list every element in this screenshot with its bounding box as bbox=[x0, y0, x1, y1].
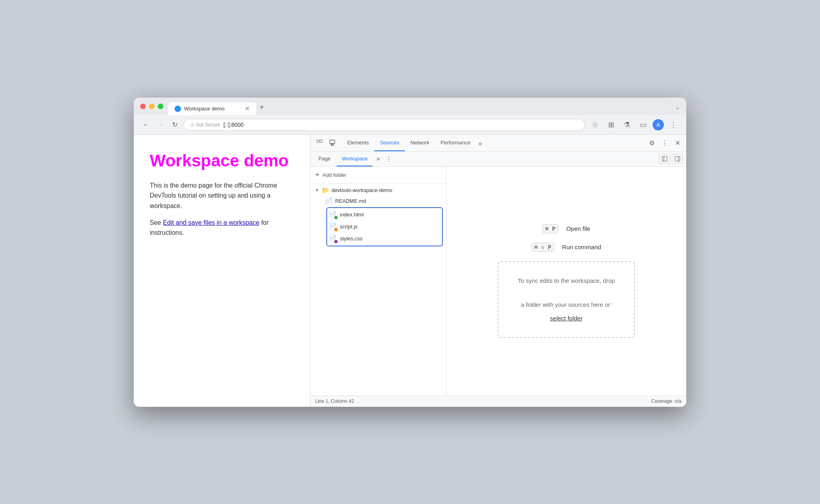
devtools-settings-button[interactable]: ⚙ bbox=[646, 137, 657, 148]
select-folder-link[interactable]: select folder bbox=[518, 312, 615, 324]
folder-icon: 📁 bbox=[322, 187, 329, 194]
devtools-subbar: Page Workspace » ⋮ bbox=[310, 152, 686, 167]
editor-panel: ⌘ P Open file ⌘ ⇧ P Run command To sync … bbox=[446, 167, 686, 396]
shortcut-open-file-keys: ⌘ P bbox=[543, 224, 558, 233]
shortcut-row-runcommand: ⌘ ⇧ P Run command bbox=[532, 243, 601, 252]
devtools-right-icons: ⚙ ⋮ ✕ bbox=[646, 137, 683, 148]
tree-file-readme[interactable]: 📄 README.md bbox=[310, 196, 446, 206]
readme-filename: README.md bbox=[335, 198, 366, 204]
svg-rect-1 bbox=[320, 140, 322, 142]
shortcut-row-openfile: ⌘ P Open file bbox=[543, 224, 590, 233]
status-coverage: Coverage: n/a bbox=[651, 398, 681, 404]
add-folder-row[interactable]: + Add folder bbox=[310, 167, 446, 184]
tab-performance[interactable]: Performance bbox=[435, 135, 476, 151]
see-prefix: See bbox=[150, 219, 163, 226]
back-button[interactable]: ← bbox=[140, 119, 151, 130]
tab-sources[interactable]: Sources bbox=[374, 135, 405, 151]
svg-rect-2 bbox=[330, 140, 335, 144]
subtab-menu-button[interactable]: ⋮ bbox=[384, 154, 394, 164]
tab-favicon: 🌐 bbox=[175, 106, 181, 112]
svg-rect-5 bbox=[662, 156, 667, 161]
toolbar-icons: ☆ ⊞ ⚗ ▭ A ⋮ bbox=[589, 118, 680, 131]
index-filename: index.html bbox=[340, 212, 364, 218]
title-bar: 🌐 Workspace demo ✕ + ⌄ bbox=[134, 98, 686, 115]
url-text: [::]:8000 bbox=[223, 122, 244, 128]
profile-icon[interactable]: A bbox=[653, 119, 664, 130]
tab-expand-button[interactable]: ⌄ bbox=[675, 104, 680, 115]
script-filename: script.js bbox=[340, 224, 358, 230]
devtools-toggle-button[interactable]: ⚗ bbox=[621, 118, 633, 131]
subtab-page[interactable]: Page bbox=[314, 152, 335, 166]
subtab-workspace[interactable]: Workspace bbox=[337, 152, 372, 166]
shortcut-open-file-label: Open file bbox=[566, 225, 590, 232]
devtools-more-button[interactable]: ⋮ bbox=[659, 137, 670, 148]
browser-window: 🌐 Workspace demo ✕ + ⌄ ← → ↻ ⚠ Not Secur… bbox=[134, 98, 686, 407]
devtools-close-button[interactable]: ✕ bbox=[672, 137, 683, 148]
chrome-menu-button[interactable]: ⋮ bbox=[667, 118, 680, 131]
page-content: Workspace demo This is the demo page for… bbox=[134, 135, 310, 407]
tab-more-button[interactable]: » bbox=[476, 136, 484, 151]
workspace-tutorial-link[interactable]: Edit and save files in a workspace bbox=[163, 219, 259, 226]
index-file-icon-wrapper: 📄 bbox=[329, 210, 338, 219]
tree-root-folder[interactable]: ▼ 📁 devtools-workspace-demo bbox=[310, 185, 446, 196]
devtools-statusbar: Line 1, Column 42 Coverage: n/a bbox=[310, 396, 686, 407]
styles-file-icon-wrapper: 📄 bbox=[329, 234, 338, 243]
folder-arrow-icon: ▼ bbox=[315, 188, 319, 192]
styles-file-dot bbox=[334, 240, 338, 243]
page-description: This is the demo page for the official C… bbox=[150, 180, 294, 211]
collapse-sidebar-button[interactable] bbox=[659, 154, 670, 164]
tab-elements[interactable]: Elements bbox=[342, 135, 374, 151]
inspect-element-button[interactable] bbox=[314, 137, 326, 149]
warning-icon: ⚠ bbox=[190, 122, 195, 128]
status-position: Line 1, Column 42 bbox=[315, 398, 354, 404]
bookmark-button[interactable]: ☆ bbox=[589, 118, 601, 131]
script-file-dot bbox=[334, 228, 338, 231]
minimize-traffic-light[interactable] bbox=[149, 104, 155, 109]
maximize-traffic-light[interactable] bbox=[158, 104, 163, 109]
highlighted-files-box: 📄 index.html 📄 bbox=[326, 207, 443, 246]
sidebar-toggle-button[interactable]: ▭ bbox=[637, 118, 649, 131]
tree-file-styles[interactable]: 📄 styles.css bbox=[327, 233, 442, 245]
reload-button[interactable]: ↻ bbox=[169, 119, 180, 130]
svg-rect-0 bbox=[317, 140, 319, 142]
add-folder-label: Add folder bbox=[323, 172, 346, 178]
subtab-right-icons bbox=[659, 154, 683, 164]
browser-tab-active[interactable]: 🌐 Workspace demo ✕ bbox=[168, 102, 256, 115]
new-tab-button[interactable]: + bbox=[256, 103, 267, 115]
script-file-icon-wrapper: 📄 bbox=[329, 222, 338, 231]
tree-file-index[interactable]: 📄 index.html bbox=[327, 209, 442, 221]
drop-zone[interactable]: To sync edits to the workspace, dropa fo… bbox=[498, 261, 635, 338]
tab-network[interactable]: Network bbox=[405, 135, 435, 151]
drop-zone-text: To sync edits to the workspace, dropa fo… bbox=[518, 277, 615, 308]
styles-filename: styles.css bbox=[340, 236, 362, 242]
shortcut-run-cmd-label: Run command bbox=[562, 244, 601, 250]
subtab-more-button[interactable]: » bbox=[374, 154, 382, 164]
page-link-paragraph: See Edit and save files in a workspace f… bbox=[150, 218, 294, 238]
tab-close-button[interactable]: ✕ bbox=[245, 106, 250, 112]
device-toolbar-button[interactable] bbox=[326, 137, 338, 149]
traffic-lights bbox=[140, 104, 163, 114]
main-content: Workspace demo This is the demo page for… bbox=[134, 135, 686, 407]
devtools-tabs: Elements Sources Network Performance » bbox=[342, 135, 646, 151]
devtools-topbar: Elements Sources Network Performance » bbox=[310, 135, 686, 152]
add-folder-plus-icon: + bbox=[315, 171, 320, 179]
file-icon-readme: 📄 bbox=[325, 197, 333, 205]
not-secure-indicator: ⚠ Not Secure bbox=[190, 122, 220, 128]
editor-empty-state: ⌘ P Open file ⌘ ⇧ P Run command To sync … bbox=[446, 167, 686, 396]
root-folder-name: devtools-workspace-demo bbox=[332, 187, 392, 193]
address-field[interactable]: ⚠ Not Secure [::]:8000 bbox=[183, 119, 585, 131]
tab-title: Workspace demo bbox=[184, 106, 241, 112]
devtools-body: + Add folder ▼ 📁 devtools-workspace-demo… bbox=[310, 167, 686, 396]
svg-rect-7 bbox=[675, 156, 680, 161]
collapse-right-button[interactable] bbox=[672, 154, 683, 164]
tree-file-script[interactable]: 📄 script.js bbox=[327, 221, 442, 233]
svg-rect-3 bbox=[331, 144, 334, 146]
page-title: Workspace demo bbox=[150, 151, 294, 171]
file-tree: ▼ 📁 devtools-workspace-demo 📄 README.md bbox=[310, 184, 446, 396]
devtools-tools bbox=[314, 137, 338, 149]
devtools-panel: Elements Sources Network Performance » bbox=[310, 135, 686, 407]
extensions-button[interactable]: ⊞ bbox=[605, 118, 617, 131]
forward-button[interactable]: → bbox=[155, 119, 166, 130]
close-traffic-light[interactable] bbox=[140, 104, 146, 109]
shortcut-run-cmd-keys: ⌘ ⇧ P bbox=[532, 243, 554, 252]
